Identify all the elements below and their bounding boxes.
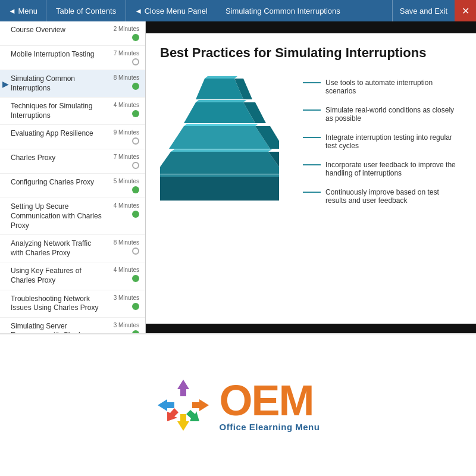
sidebar: Course Overview2 MinutesMobile Interrupt…	[0, 21, 146, 333]
sidebar-item[interactable]: ▶Simulating Common Interruptions8 Minute…	[0, 70, 145, 98]
status-dot	[132, 330, 139, 333]
bullet-line-icon	[303, 137, 321, 138]
main-layout: Course Overview2 MinutesMobile Interrupt…	[0, 21, 476, 333]
oem-logo: OEM Office Elearning Menu	[156, 378, 320, 432]
sidebar-item-time: 8 Minutes	[114, 239, 139, 246]
status-dot	[132, 211, 139, 218]
sidebar-item-time: 4 Minutes	[114, 102, 139, 108]
status-dot	[132, 186, 139, 193]
sidebar-item-time: 3 Minutes	[114, 295, 139, 301]
slide-title: Best Practices for Simulating Interrupti…	[160, 45, 462, 61]
bullet-line-icon	[303, 192, 321, 193]
slide-nav-title: Simulating Common Interruptions	[216, 7, 392, 15]
sidebar-item[interactable]: Mobile Interruption Testing7 Minutes	[0, 46, 145, 70]
svg-marker-12	[160, 177, 279, 201]
content-area: Best Practices for Simulating Interrupti…	[146, 21, 476, 333]
svg-marker-11	[171, 149, 272, 152]
sidebar-item-label: Using Key Features of Charles Proxy	[11, 267, 105, 285]
sidebar-item-label: Analyzing Network Traffic with Charles P…	[11, 239, 105, 258]
sidebar-item-time: 2 Minutes	[114, 26, 139, 32]
svg-marker-3	[184, 102, 255, 123]
sidebar-item-label: Evaluating App Resilience	[11, 129, 105, 139]
bullet-item: Use tools to automate interruption scena…	[303, 79, 462, 95]
oem-section: OEM Office Elearning Menu	[0, 333, 476, 476]
bottom-strip	[146, 324, 476, 333]
toc-label: Table of Contents	[46, 0, 126, 21]
bullet-item: Integrate interruption testing into regu…	[303, 133, 462, 150]
status-dot	[132, 162, 139, 169]
status-dot	[132, 248, 139, 255]
top-strip	[146, 21, 476, 33]
svg-marker-18	[177, 414, 189, 431]
status-dot	[132, 137, 139, 145]
slide-inner: Best Practices for Simulating Interrupti…	[146, 33, 476, 324]
sidebar-item-label: Mobile Interruption Testing	[11, 50, 105, 60]
bullet-line-icon	[303, 82, 321, 83]
status-dot	[132, 275, 139, 282]
save-exit-button[interactable]: Save and Exit	[392, 0, 455, 21]
bullet-item: Incorporate user feedback to improve the…	[303, 161, 462, 177]
status-dot	[132, 83, 139, 90]
sidebar-item[interactable]: Charles Proxy7 Minutes	[0, 149, 145, 174]
bullet-item: Continuously improve based on test resul…	[303, 188, 462, 205]
sidebar-item-time: 4 Minutes	[114, 202, 139, 209]
status-dot	[132, 110, 139, 117]
sidebar-item-label: Configuring Charles Proxy	[11, 178, 105, 187]
bullet-text: Continuously improve based on test resul…	[325, 188, 462, 205]
status-dot	[132, 58, 139, 65]
svg-marker-20	[158, 399, 174, 411]
sidebar-item-time: 4 Minutes	[114, 267, 139, 273]
sidebar-item[interactable]: Using Key Features of Charles Proxy4 Min…	[0, 262, 145, 290]
svg-marker-14	[160, 174, 279, 177]
slide-container: Best Practices for Simulating Interrupti…	[146, 33, 476, 324]
slide-bullets: Use tools to automate interruption scena…	[303, 73, 462, 205]
sidebar-item-label: Simulating Server Responses with Charles…	[11, 322, 105, 333]
sidebar-item-label: Techniques for Simulating Interruptions	[11, 102, 105, 120]
svg-marker-8	[184, 124, 258, 126]
menu-label: ◄ Menu	[8, 7, 37, 15]
sidebar-item-time: 5 Minutes	[114, 178, 139, 184]
sidebar-item-time: 9 Minutes	[114, 129, 139, 136]
svg-marker-16	[192, 399, 209, 411]
menu-button[interactable]: ◄ Menu	[0, 0, 46, 21]
active-arrow-icon: ▶	[2, 79, 9, 89]
sidebar-item[interactable]: Analyzing Network Traffic with Charles P…	[0, 235, 145, 262]
status-dot	[132, 34, 139, 41]
bullet-line-icon	[303, 109, 321, 111]
sidebar-item-label: Troubleshooting Network Issues Using Cha…	[11, 295, 105, 313]
sidebar-item-label: Simulating Common Interruptions	[11, 74, 105, 93]
svg-marker-19	[167, 408, 178, 421]
sidebar-item-time: 3 Minutes	[114, 322, 139, 328]
slide-body: Use tools to automate interruption scena…	[160, 73, 462, 303]
close-x-button[interactable]: ✕	[455, 0, 476, 21]
sidebar-item[interactable]: Techniques for Simulating Interruptions4…	[0, 98, 145, 125]
sidebar-item[interactable]: Setting Up Secure Communication with Cha…	[0, 198, 145, 235]
sidebar-item-label: Course Overview	[11, 26, 105, 35]
sidebar-item-time: 8 Minutes	[114, 74, 139, 81]
svg-marker-5	[196, 100, 246, 102]
oem-subtitle: Office Elearning Menu	[220, 422, 320, 432]
bullet-text: Incorporate user feedback to improve the…	[325, 161, 462, 177]
top-navigation: ◄ Menu Table of Contents ◄ Close Menu Pa…	[0, 0, 476, 21]
bullet-line-icon	[303, 164, 321, 165]
bullet-text: Integrate interruption testing into regu…	[325, 133, 462, 150]
bullet-text: Simulate real-world conditions as closel…	[325, 106, 462, 123]
close-panel-button[interactable]: ◄ Close Menu Panel	[126, 0, 216, 21]
sidebar-item[interactable]: Troubleshooting Network Issues Using Cha…	[0, 290, 145, 318]
svg-marker-17	[186, 410, 199, 421]
sidebar-item[interactable]: Course Overview2 Minutes	[0, 21, 145, 46]
sidebar-item[interactable]: Evaluating App Resilience9 Minutes	[0, 125, 145, 149]
sidebar-item-label: Setting Up Secure Communication with Cha…	[11, 202, 105, 230]
sidebar-item[interactable]: Simulating Server Responses with Charles…	[0, 318, 145, 333]
oem-text-block: OEM Office Elearning Menu	[220, 379, 320, 432]
svg-marker-6	[169, 126, 270, 149]
sidebar-item-time: 7 Minutes	[114, 50, 139, 57]
bullet-text: Use tools to automate interruption scena…	[325, 79, 462, 95]
status-dot	[132, 303, 139, 310]
bullet-item: Simulate real-world conditions as closel…	[303, 106, 462, 123]
sidebar-item[interactable]: Configuring Charles Proxy5 Minutes	[0, 174, 145, 198]
oem-arrows-icon	[156, 378, 210, 432]
svg-marker-9	[160, 152, 279, 174]
pyramid-chart	[160, 73, 291, 242]
oem-letters: OEM	[220, 379, 320, 422]
